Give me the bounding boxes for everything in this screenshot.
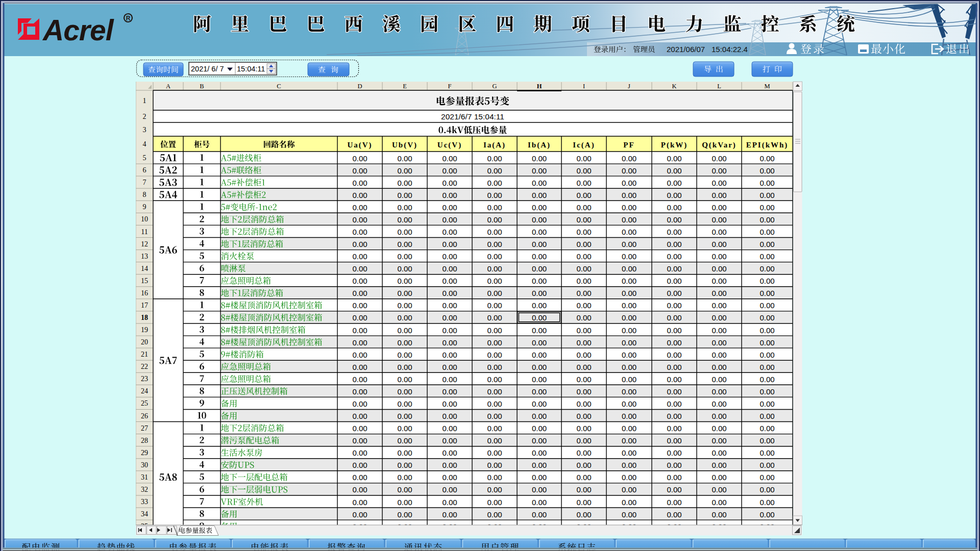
svg-text:0.00: 0.00 (712, 289, 726, 297)
svg-text:0.00: 0.00 (760, 301, 774, 310)
svg-text:0.00: 0.00 (667, 510, 681, 519)
svg-text:0.00: 0.00 (576, 179, 591, 187)
svg-text:0.00: 0.00 (760, 448, 774, 457)
svg-text:0.00: 0.00 (397, 338, 412, 347)
svg-text:2021/06/07: 2021/06/07 (667, 45, 705, 54)
svg-text:0.00: 0.00 (760, 313, 774, 322)
svg-text:8: 8 (143, 191, 146, 198)
svg-text:0.00: 0.00 (576, 461, 591, 469)
svg-text:H: H (537, 83, 542, 90)
svg-text:0.00: 0.00 (532, 326, 547, 335)
svg-text:0.00: 0.00 (760, 485, 774, 494)
svg-text:1: 1 (143, 97, 146, 105)
svg-text:0.00: 0.00 (667, 338, 681, 347)
svg-text:0.00: 0.00 (442, 436, 457, 445)
svg-text:0.00: 0.00 (397, 203, 412, 212)
svg-text:0.00: 0.00 (442, 473, 457, 482)
svg-text:0.00: 0.00 (352, 264, 367, 273)
svg-text:0.00: 0.00 (622, 350, 636, 359)
svg-text:0.00: 0.00 (576, 412, 591, 420)
svg-text:0.00: 0.00 (532, 289, 547, 297)
svg-text:J: J (628, 83, 630, 90)
svg-text:0.00: 0.00 (397, 498, 412, 507)
svg-text:0.00: 0.00 (442, 326, 457, 335)
svg-text:0.00: 0.00 (622, 154, 636, 163)
svg-text:22: 22 (141, 363, 148, 370)
svg-text:0.00: 0.00 (397, 166, 412, 175)
svg-text:0.00: 0.00 (532, 338, 547, 347)
svg-text:0.00: 0.00 (487, 498, 502, 507)
svg-text:0.00: 0.00 (712, 326, 726, 335)
svg-text:0.00: 0.00 (622, 387, 636, 396)
svg-text:15:04:11: 15:04:11 (237, 65, 265, 73)
svg-text:0.00: 0.00 (487, 375, 502, 384)
svg-text:0.00: 0.00 (487, 264, 502, 273)
svg-text:0.00: 0.00 (760, 473, 774, 482)
svg-text:0.00: 0.00 (760, 166, 774, 175)
svg-text:0.00: 0.00 (487, 240, 502, 248)
svg-text:0.00: 0.00 (397, 289, 412, 297)
svg-text:0.00: 0.00 (352, 240, 367, 248)
svg-text:0.00: 0.00 (667, 350, 681, 359)
svg-text:0.00: 0.00 (442, 228, 457, 236)
svg-text:0.00: 0.00 (532, 154, 547, 163)
svg-text:0.00: 0.00 (576, 399, 591, 408)
svg-text:0.00: 0.00 (397, 436, 412, 445)
svg-text:0.00: 0.00 (576, 363, 591, 371)
svg-text:0.00: 0.00 (397, 228, 412, 236)
svg-text:0.00: 0.00 (622, 166, 636, 175)
svg-text:0.00: 0.00 (532, 412, 547, 420)
svg-text:0.00: 0.00 (532, 375, 547, 384)
svg-text:0.00: 0.00 (487, 412, 502, 420)
svg-text:0.00: 0.00 (667, 301, 681, 310)
svg-text:0.00: 0.00 (352, 473, 367, 482)
svg-text:0.00: 0.00 (487, 277, 502, 285)
svg-text:0.00: 0.00 (576, 289, 591, 297)
svg-text:0.00: 0.00 (352, 399, 367, 408)
svg-text:0.00: 0.00 (667, 264, 681, 273)
svg-text:0.00: 0.00 (442, 485, 457, 494)
svg-text:0.00: 0.00 (667, 473, 681, 482)
svg-text:0.00: 0.00 (667, 498, 681, 507)
svg-text:0.00: 0.00 (760, 289, 774, 297)
svg-text:0.00: 0.00 (576, 252, 591, 261)
svg-text:0.00: 0.00 (397, 179, 412, 187)
svg-text:L: L (717, 83, 721, 90)
svg-text:0.00: 0.00 (760, 461, 774, 469)
svg-text:0.00: 0.00 (352, 424, 367, 433)
svg-text:0.00: 0.00 (622, 436, 636, 445)
svg-text:0.00: 0.00 (352, 191, 367, 199)
svg-text:0.00: 0.00 (667, 191, 681, 199)
svg-text:0.00: 0.00 (397, 412, 412, 420)
svg-text:0.00: 0.00 (442, 412, 457, 420)
svg-text:0.00: 0.00 (576, 154, 591, 163)
svg-text:0.00: 0.00 (532, 191, 547, 199)
svg-text:0.00: 0.00 (487, 166, 502, 175)
svg-text:32: 32 (141, 486, 148, 493)
svg-text:0.00: 0.00 (667, 363, 681, 371)
svg-text:0.00: 0.00 (576, 240, 591, 248)
svg-text:0.00: 0.00 (532, 510, 547, 519)
svg-text:0.00: 0.00 (442, 498, 457, 507)
svg-text:0.00: 0.00 (352, 448, 367, 457)
svg-text:0.00: 0.00 (442, 240, 457, 248)
svg-text:0.00: 0.00 (576, 498, 591, 507)
svg-text:3: 3 (143, 126, 146, 134)
svg-text:0.00: 0.00 (667, 448, 681, 457)
svg-text:R: R (126, 15, 131, 22)
svg-text:0.00: 0.00 (576, 215, 591, 224)
svg-text:0.00: 0.00 (532, 387, 547, 396)
svg-text:0.00: 0.00 (532, 166, 547, 175)
svg-text:0.00: 0.00 (532, 448, 547, 457)
svg-text:0.00: 0.00 (352, 461, 367, 469)
svg-text:0.00: 0.00 (576, 326, 591, 335)
svg-text:16: 16 (141, 289, 148, 297)
svg-text:0.00: 0.00 (760, 338, 774, 347)
svg-text:0.00: 0.00 (352, 375, 367, 384)
svg-text:0.00: 0.00 (352, 154, 367, 163)
svg-text:0.00: 0.00 (532, 498, 547, 507)
svg-text:7: 7 (143, 179, 146, 186)
svg-text:Ib(A): Ib(A) (528, 141, 551, 149)
svg-text:0.00: 0.00 (576, 375, 591, 384)
svg-text:0.00: 0.00 (397, 277, 412, 285)
